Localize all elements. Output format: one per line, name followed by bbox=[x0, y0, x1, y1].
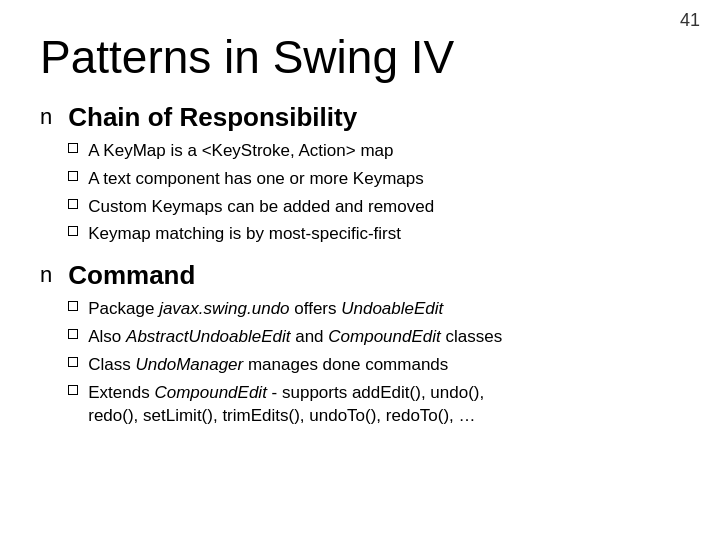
list-item: Custom Keymaps can be added and removed bbox=[68, 195, 680, 219]
command-item-2: Also AbstractUndoableEdit and CompoundEd… bbox=[88, 325, 502, 349]
square-bullet-icon bbox=[68, 199, 78, 209]
slide-title: Patterns in Swing IV bbox=[40, 30, 680, 84]
square-bullet-icon bbox=[68, 385, 78, 395]
list-item: A KeyMap is a <KeyStroke, Action> map bbox=[68, 139, 680, 163]
bullet-n-command: n bbox=[40, 262, 52, 288]
slide: 41 Patterns in Swing IV n Chain of Respo… bbox=[0, 0, 720, 540]
section-chain-content: Chain of Responsibility A KeyMap is a <K… bbox=[68, 102, 680, 250]
square-bullet-icon bbox=[68, 329, 78, 339]
list-item: A text component has one or more Keymaps bbox=[68, 167, 680, 191]
command-item-3: Class UndoManager manages done commands bbox=[88, 353, 448, 377]
section-chain-heading: Chain of Responsibility bbox=[68, 102, 680, 133]
command-item-1: Package javax.swing.undo offers Undoable… bbox=[88, 297, 443, 321]
square-bullet-icon bbox=[68, 171, 78, 181]
list-item: Also AbstractUndoableEdit and CompoundEd… bbox=[68, 325, 680, 349]
bullet-n-chain: n bbox=[40, 104, 52, 130]
section-command: n Command Package javax.swing.undo offer… bbox=[40, 260, 680, 432]
slide-number: 41 bbox=[680, 10, 700, 31]
chain-item-2: A text component has one or more Keymaps bbox=[88, 167, 423, 191]
list-item: Class UndoManager manages done commands bbox=[68, 353, 680, 377]
square-bullet-icon bbox=[68, 226, 78, 236]
section-chain: n Chain of Responsibility A KeyMap is a … bbox=[40, 102, 680, 250]
chain-item-4: Keymap matching is by most-specific-firs… bbox=[88, 222, 401, 246]
section-command-content: Command Package javax.swing.undo offers … bbox=[68, 260, 680, 432]
command-item-4: Extends CompoundEdit - supports addEdit(… bbox=[88, 381, 484, 429]
chain-item-1: A KeyMap is a <KeyStroke, Action> map bbox=[88, 139, 393, 163]
square-bullet-icon bbox=[68, 357, 78, 367]
list-item: Keymap matching is by most-specific-firs… bbox=[68, 222, 680, 246]
list-item: Extends CompoundEdit - supports addEdit(… bbox=[68, 381, 680, 429]
section-command-heading: Command bbox=[68, 260, 680, 291]
command-list: Package javax.swing.undo offers Undoable… bbox=[68, 297, 680, 428]
list-item: Package javax.swing.undo offers Undoable… bbox=[68, 297, 680, 321]
square-bullet-icon bbox=[68, 143, 78, 153]
chain-item-3: Custom Keymaps can be added and removed bbox=[88, 195, 434, 219]
chain-list: A KeyMap is a <KeyStroke, Action> map A … bbox=[68, 139, 680, 246]
square-bullet-icon bbox=[68, 301, 78, 311]
